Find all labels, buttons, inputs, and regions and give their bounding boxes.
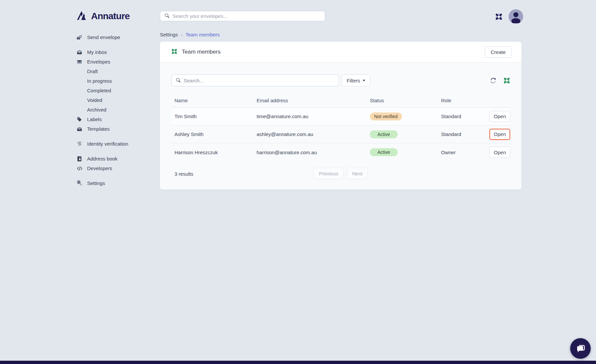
sidebar-item-templates[interactable]: Templates xyxy=(76,124,160,134)
sidebar-item-label: My inbox xyxy=(87,49,107,55)
member-email: harrison@annature.com.au xyxy=(257,150,370,155)
help-buoy-icon[interactable] xyxy=(495,13,503,21)
brand-logo[interactable]: Annature xyxy=(76,10,130,22)
code-icon xyxy=(76,165,83,171)
address-book-icon xyxy=(76,156,83,162)
sidebar-item-label: Voided xyxy=(87,97,102,103)
sidebar-item-draft[interactable]: Draft xyxy=(76,67,160,76)
filters-label: Filters xyxy=(347,78,360,83)
toolbar: Filters xyxy=(171,74,510,86)
page-title: Team members xyxy=(182,49,221,55)
panel-header: Team members Create xyxy=(160,42,522,62)
member-email: ashley@annature.com.au xyxy=(257,131,370,137)
sidebar: Send envelopeMy inboxEnvelopesDraftIn pr… xyxy=(76,28,160,193)
team-buoy-icon xyxy=(171,48,177,56)
members-search-input[interactable] xyxy=(184,78,335,83)
breadcrumb: Settings › Team members xyxy=(160,32,522,37)
sidebar-item-labels[interactable]: Labels xyxy=(76,114,160,124)
member-name: Ashley Smith xyxy=(171,131,257,137)
avatar-body-icon xyxy=(512,18,520,23)
chat-launcher-button[interactable] xyxy=(570,338,591,359)
member-status-cell: Active xyxy=(370,148,441,156)
member-actions: Open xyxy=(484,147,510,158)
pagination: Previous Next xyxy=(313,168,368,179)
chat-bubbles-icon xyxy=(575,343,586,354)
annature-mountain-logo-icon xyxy=(76,10,87,22)
sidebar-item-archived[interactable]: Archived xyxy=(76,105,160,114)
previous-button[interactable]: Previous xyxy=(313,168,344,179)
inbox-open-icon xyxy=(76,49,83,55)
sidebar-section: Identity verification xyxy=(76,139,160,149)
team-buoy-icon[interactable] xyxy=(503,77,510,84)
app-root: Annature xyxy=(0,0,596,364)
breadcrumb-team-members[interactable]: Team members xyxy=(185,32,220,37)
breadcrumb-settings[interactable]: Settings xyxy=(160,32,178,37)
table-row: Harrison Hreszczukharrison@annature.com.… xyxy=(171,143,510,161)
open-button[interactable]: Open xyxy=(489,111,510,122)
team-members-panel: Team members Create xyxy=(160,42,522,190)
layout: Send envelopeMy inboxEnvelopesDraftIn pr… xyxy=(0,28,596,193)
sidebar-item-voided[interactable]: Voided xyxy=(76,95,160,105)
templates-tray-icon xyxy=(76,126,83,132)
main-content: Settings › Team members Team xyxy=(160,28,522,193)
sidebar-item-label: In progress xyxy=(87,78,112,84)
chevron-right-icon: › xyxy=(181,32,182,37)
sidebar-item-in-progress[interactable]: In progress xyxy=(76,76,160,86)
search-icon xyxy=(175,77,181,84)
column-header-name: Name xyxy=(171,98,257,103)
create-button[interactable]: Create xyxy=(485,46,512,58)
table-header-row: NameEmail addressStatusRole xyxy=(171,94,510,108)
fingerprint-icon xyxy=(76,141,83,147)
member-status-cell: Active xyxy=(370,130,441,138)
status-badge: Active xyxy=(370,148,398,156)
member-email: time@annature.com.au xyxy=(257,114,370,119)
bottom-bar xyxy=(0,361,596,364)
member-status-cell: Not verified xyxy=(370,113,441,120)
sidebar-item-label: Draft xyxy=(87,68,98,74)
table-footer: 3 results Previous Next xyxy=(171,168,510,180)
avatar-head-icon xyxy=(514,12,519,17)
sidebar-item-address-book[interactable]: Address book xyxy=(76,154,160,163)
global-search-input[interactable] xyxy=(173,13,321,19)
sidebar-item-completed[interactable]: Completed xyxy=(76,86,160,95)
sidebar-item-identity-verification[interactable]: Identity verification xyxy=(76,139,160,149)
sidebar-item-send-envelope[interactable]: Send envelope xyxy=(76,32,160,42)
filters-button[interactable]: Filters xyxy=(342,74,370,86)
sidebar-item-label: Address book xyxy=(87,156,118,161)
table-row: Ashley Smithashley@annature.com.auActive… xyxy=(171,125,510,143)
envelope-icon xyxy=(76,59,83,65)
member-role: Standard xyxy=(441,131,484,137)
sidebar-item-envelopes[interactable]: Envelopes xyxy=(76,57,160,67)
sidebar-item-settings[interactable]: Settings xyxy=(76,178,160,188)
tag-icon xyxy=(76,116,83,122)
member-actions: Open xyxy=(484,129,510,140)
sidebar-item-label: Settings xyxy=(87,180,105,186)
refresh-icon[interactable] xyxy=(490,77,497,84)
sidebar-section: Send envelope xyxy=(76,32,160,42)
next-button[interactable]: Next xyxy=(347,168,368,179)
sidebar-section: My inboxEnvelopesDraftIn progressComplet… xyxy=(76,47,160,134)
column-header-email-address: Email address xyxy=(257,98,370,103)
panel-search xyxy=(171,74,339,86)
table-row: Tim Smithtime@annature.com.auNot verifie… xyxy=(171,108,510,125)
topbar-right xyxy=(495,9,523,24)
sidebar-item-label: Templates xyxy=(87,126,110,132)
user-avatar[interactable] xyxy=(509,9,523,24)
table-body: Tim Smithtime@annature.com.auNot verifie… xyxy=(171,108,510,161)
sidebar-item-label: Labels xyxy=(87,116,102,122)
open-button[interactable]: Open xyxy=(489,129,510,140)
brand-name: Annature xyxy=(91,11,130,22)
send-envelope-icon xyxy=(76,34,83,40)
sidebar-item-label: Send envelope xyxy=(87,34,120,40)
member-role: Owner xyxy=(441,150,484,155)
sidebar-section: Address bookDevelopers xyxy=(76,154,160,173)
chevron-down-icon xyxy=(363,80,365,81)
sidebar-item-developers[interactable]: Developers xyxy=(76,163,160,173)
gears-icon xyxy=(76,180,83,186)
search-icon xyxy=(164,13,170,19)
sidebar-item-my-inbox[interactable]: My inbox xyxy=(76,47,160,57)
open-button[interactable]: Open xyxy=(489,147,510,158)
sidebar-item-label: Archived xyxy=(87,107,106,113)
sidebar-item-label: Developers xyxy=(87,165,112,171)
member-actions: Open xyxy=(484,111,510,122)
